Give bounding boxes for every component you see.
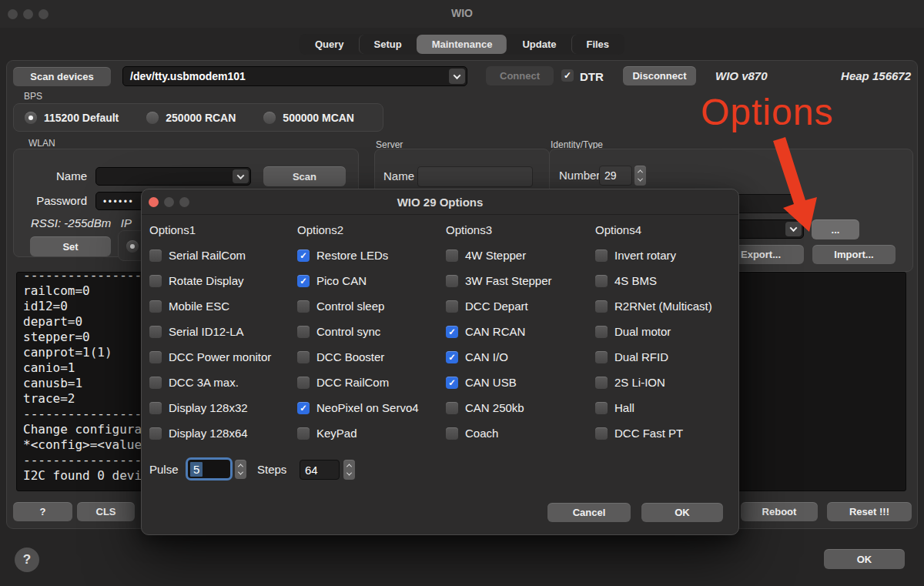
- wlan-scan-button[interactable]: Scan: [263, 166, 346, 186]
- tab-maintenance[interactable]: Maintenance: [417, 35, 507, 54]
- scan-devices-button[interactable]: Scan devices: [13, 67, 111, 86]
- stepper-up-icon[interactable]: [346, 464, 352, 470]
- option-row-serial-railcom[interactable]: Serial RailCom: [149, 243, 294, 268]
- option-row-dual-motor[interactable]: Dual motor: [595, 319, 740, 344]
- checkbox-hall[interactable]: [595, 402, 608, 414]
- checkbox-can-250kb[interactable]: [446, 402, 458, 414]
- option-row-display-128x64[interactable]: Display 128x64: [149, 420, 294, 446]
- tab-update[interactable]: Update: [507, 35, 571, 54]
- option-row-can-i-o[interactable]: ✓CAN I/O: [446, 344, 591, 370]
- option-row-hall[interactable]: Hall: [595, 395, 740, 420]
- option-row-dcc-3a-max[interactable]: DCC 3A max.: [149, 370, 294, 395]
- checkbox-dcc-3a-max[interactable]: [149, 377, 162, 389]
- steps-input[interactable]: 64: [300, 460, 340, 480]
- reset-button[interactable]: Reset !!!: [827, 502, 912, 521]
- checkbox-restore-leds[interactable]: ✓: [297, 249, 310, 262]
- radio-icon[interactable]: [146, 112, 159, 124]
- chevron-down-icon[interactable]: [233, 169, 249, 183]
- checkbox-dcc-fast-pt[interactable]: [595, 427, 608, 440]
- checkbox-keypad[interactable]: [297, 427, 310, 440]
- tab-files[interactable]: Files: [571, 35, 624, 54]
- option-row-r2rnet-multicast[interactable]: R2RNet (Multicast): [595, 293, 740, 319]
- option-row-serial-id12-la[interactable]: Serial ID12-LA: [149, 319, 294, 344]
- tab-setup[interactable]: Setup: [359, 35, 417, 54]
- steps-stepper[interactable]: [343, 460, 355, 480]
- dialog-cancel-button[interactable]: Cancel: [547, 503, 631, 522]
- radio-icon[interactable]: [25, 112, 37, 124]
- checkbox-invert-rotary[interactable]: [595, 249, 608, 262]
- checkbox-display-128x64[interactable]: [149, 427, 162, 440]
- identity-number-stepper[interactable]: [634, 166, 646, 186]
- checkbox-dual-motor[interactable]: [595, 326, 608, 338]
- option-row-rotate-display[interactable]: Rotate Display: [149, 268, 294, 293]
- checkbox-neopixel-on-servo4[interactable]: ✓: [297, 402, 310, 414]
- identity-number-field[interactable]: 29: [599, 166, 632, 186]
- checkbox-2s-li-ion[interactable]: [595, 377, 608, 389]
- option-row-dcc-depart[interactable]: DCC Depart: [446, 293, 591, 319]
- bps-radio-250000-rcan[interactable]: 250000 RCAN: [146, 112, 236, 124]
- wlan-mode-radio[interactable]: [126, 240, 139, 253]
- checkbox-r2rnet-multicast[interactable]: [595, 300, 608, 313]
- checkbox-4s-bms[interactable]: [595, 275, 608, 287]
- checkbox-dcc-railcom[interactable]: [297, 377, 310, 389]
- checkbox-pico-can[interactable]: ✓: [297, 275, 310, 287]
- footer-ok-button[interactable]: OK: [824, 549, 905, 569]
- connect-button[interactable]: Connect: [486, 66, 554, 85]
- option-row-can-rcan[interactable]: ✓CAN RCAN: [446, 319, 591, 344]
- checkbox-dcc-power-monitor[interactable]: [149, 351, 162, 363]
- option-row-restore-leds[interactable]: ✓Restore LEDs: [297, 243, 442, 268]
- dialog-ok-button[interactable]: OK: [641, 503, 723, 522]
- option-row-dual-rfid[interactable]: Dual RFID: [595, 344, 740, 370]
- bps-radio-115200-default[interactable]: 115200 Default: [25, 112, 119, 124]
- option-row-dcc-booster[interactable]: DCC Booster: [297, 344, 442, 370]
- help-button[interactable]: ?: [13, 502, 72, 521]
- checkbox-control-sync[interactable]: [297, 326, 310, 338]
- help-circle-button[interactable]: ?: [15, 547, 39, 572]
- pulse-stepper[interactable]: [235, 460, 246, 479]
- option-row-pico-can[interactable]: ✓Pico CAN: [297, 268, 442, 293]
- wlan-set-button[interactable]: Set: [30, 236, 111, 256]
- cls-button[interactable]: CLS: [77, 502, 135, 521]
- server-name-field[interactable]: [417, 166, 533, 187]
- checkbox-dcc-depart[interactable]: [446, 300, 458, 313]
- option-row-3w-fast-stepper[interactable]: 3W Fast Stepper: [446, 268, 591, 293]
- disconnect-button[interactable]: Disconnect: [623, 66, 696, 85]
- stepper-up-icon[interactable]: [238, 464, 243, 469]
- stepper-up-icon[interactable]: [638, 170, 643, 176]
- option-row-dcc-railcom[interactable]: DCC RailCom: [297, 370, 442, 395]
- dtr-checkbox[interactable]: ✓: [561, 69, 574, 82]
- reboot-button[interactable]: Reboot: [741, 502, 818, 521]
- checkbox-can-rcan[interactable]: ✓: [446, 326, 458, 338]
- option-row-neopixel-on-servo4[interactable]: ✓NeoPixel on Servo4: [297, 395, 442, 420]
- option-row-4s-bms[interactable]: 4S BMS: [595, 268, 740, 293]
- checkbox-dual-rfid[interactable]: [595, 351, 608, 363]
- checkbox-rotate-display[interactable]: [149, 275, 162, 287]
- option-row-control-sync[interactable]: Control sync: [297, 319, 442, 344]
- checkbox-control-sleep[interactable]: [297, 300, 310, 313]
- stepper-down-icon[interactable]: [346, 470, 352, 475]
- option-row-can-usb[interactable]: ✓CAN USB: [446, 370, 591, 395]
- checkbox-serial-railcom[interactable]: [149, 249, 162, 262]
- stepper-down-icon[interactable]: [238, 470, 243, 475]
- tab-query[interactable]: Query: [300, 35, 359, 54]
- option-row-dcc-fast-pt[interactable]: DCC Fast PT: [595, 420, 740, 446]
- option-row-4w-stepper[interactable]: 4W Stepper: [446, 243, 591, 268]
- radio-icon[interactable]: [263, 112, 276, 124]
- checkbox-dcc-booster[interactable]: [297, 351, 310, 363]
- option-row-control-sleep[interactable]: Control sleep: [297, 293, 442, 319]
- bps-radio-500000-mcan[interactable]: 500000 MCAN: [263, 112, 354, 124]
- checkbox-serial-id12-la[interactable]: [149, 326, 162, 338]
- chevron-down-icon[interactable]: [449, 69, 465, 84]
- checkbox-4w-stepper[interactable]: [446, 249, 458, 262]
- checkbox-coach[interactable]: [446, 427, 458, 440]
- option-row-can-250kb[interactable]: CAN 250kb: [446, 395, 591, 420]
- checkbox-display-128x32[interactable]: [149, 402, 162, 414]
- import-button[interactable]: Import...: [812, 245, 896, 264]
- checkbox-can-i-o[interactable]: ✓: [446, 351, 458, 363]
- option-row-dcc-power-monitor[interactable]: DCC Power monitor: [149, 344, 294, 370]
- checkbox-can-usb[interactable]: ✓: [446, 377, 458, 389]
- option-row-display-128x32[interactable]: Display 128x32: [149, 395, 294, 420]
- stepper-down-icon[interactable]: [638, 176, 643, 181]
- option-row-mobile-esc[interactable]: Mobile ESC: [149, 293, 294, 319]
- option-row-coach[interactable]: Coach: [446, 420, 591, 446]
